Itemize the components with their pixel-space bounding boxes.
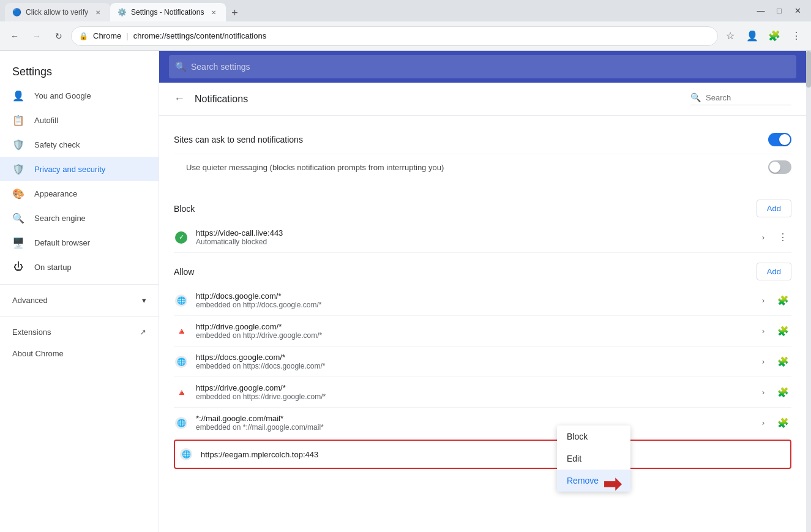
sidebar-advanced[interactable]: Advanced ▾	[0, 290, 159, 311]
sidebar-about[interactable]: About Chrome	[0, 343, 159, 364]
address-bar[interactable]: 🔒 Chrome | chrome://settings/content/not…	[71, 26, 718, 46]
sidebar-item-privacy[interactable]: 🛡️ Privacy and security	[0, 157, 159, 181]
context-menu-edit[interactable]: Edit	[557, 448, 630, 470]
tab-click-allow[interactable]: 🔵 Click allow to verify ✕	[5, 3, 110, 21]
allowed-chevron-1[interactable]: ›	[755, 323, 772, 340]
forward-button[interactable]: →	[27, 26, 47, 46]
new-tab-button[interactable]: +	[226, 4, 243, 21]
autofill-icon: 📋	[12, 114, 24, 126]
sidebar-item-safety[interactable]: 🛡️ Safety check	[0, 132, 159, 157]
notifications-header: ← Notifications 🔍	[159, 83, 806, 116]
content-area: Settings 👤 You and Google 📋 Autofill 🛡️ …	[0, 51, 811, 532]
menu-icon[interactable]: ⋮	[787, 26, 806, 46]
autofill-label: Autofill	[34, 116, 146, 125]
sidebar-item-autofill[interactable]: 📋 Autofill	[0, 108, 159, 132]
back-button[interactable]: ←	[5, 26, 24, 46]
allowed-site-url-1: http://drive.google.com/*	[196, 322, 747, 331]
globe-icon-4: 🌐	[175, 417, 187, 429]
quieter-row: Use quieter messaging (blocks notificati…	[174, 154, 791, 180]
sites-can-ask-label: Sites can ask to send notifications	[174, 135, 303, 144]
maximize-button[interactable]: □	[771, 2, 788, 20]
tab-settings-notifications[interactable]: ⚙️ Settings - Notifications ✕	[110, 3, 226, 21]
you-google-label: You and Google	[34, 91, 146, 100]
you-google-icon: 👤	[12, 89, 24, 102]
blocked-chevron-icon[interactable]: ›	[755, 229, 772, 246]
allowed-puzzle-0[interactable]: 🧩	[774, 292, 791, 309]
notifications-search: 🔍	[690, 92, 791, 105]
allowed-site-sub-1: embedded on http://drive.google.com/*	[196, 331, 747, 340]
sidebar-item-search[interactable]: 🔍 Search engine	[0, 206, 159, 230]
default-browser-label: Default browser	[34, 238, 146, 247]
sidebar-extensions[interactable]: Extensions ↗	[0, 321, 159, 343]
allowed-site-item-5: 🌐 https://eegam.mplercolch.top:443	[174, 440, 791, 469]
allowed-site-item-2: 🌐 https://docs.google.com/* embedded on …	[174, 347, 791, 377]
tabs-area: 🔵 Click allow to verify ✕ ⚙️ Settings - …	[5, 0, 243, 21]
close-button[interactable]: ✕	[789, 2, 806, 20]
allowed-puzzle-4[interactable]: 🧩	[774, 414, 791, 432]
allow-section: Allow Add 🌐 http://docs.google.com/* emb…	[159, 253, 806, 469]
allowed-actions-1: › 🧩	[755, 323, 791, 340]
allowed-chevron-4[interactable]: ›	[755, 414, 772, 432]
allow-header: Allow Add	[174, 258, 791, 285]
blocked-site-url: https://video-call.live:443	[196, 228, 747, 238]
quieter-label: Use quieter messaging (blocks notificati…	[186, 163, 444, 172]
settings-search-icon: 🔍	[175, 61, 187, 72]
allowed-site-info-1: http://drive.google.com/* embedded on ht…	[196, 322, 747, 340]
globe-icon-2: 🌐	[175, 356, 187, 368]
allowed-site-info-3: https://drive.google.com/* embedded on h…	[196, 383, 747, 401]
tab1-close[interactable]: ✕	[93, 7, 103, 17]
allowed-chevron-2[interactable]: ›	[755, 353, 772, 370]
allowed-puzzle-2[interactable]: 🧩	[774, 353, 791, 370]
toggle-knob-off	[769, 162, 780, 173]
tab2-favicon: ⚙️	[118, 8, 126, 17]
sidebar-title: Settings	[0, 56, 159, 83]
allowed-chevron-3[interactable]: ›	[755, 384, 772, 401]
allowed-icon-2: 🌐	[174, 354, 189, 369]
profile-icon[interactable]: 👤	[742, 26, 762, 46]
blocked-site-icon: ✓	[174, 230, 189, 245]
sites-ask-section: Sites can ask to send notifications Use …	[159, 116, 806, 190]
allowed-site-info-2: https://docs.google.com/* embedded on ht…	[196, 353, 747, 370]
bookmark-icon[interactable]: ☆	[720, 26, 740, 46]
drive-icon-3: 🔺	[175, 386, 187, 399]
reload-button[interactable]: ↻	[49, 26, 69, 46]
minimize-button[interactable]: —	[752, 2, 769, 20]
allowed-puzzle-3[interactable]: 🧩	[774, 384, 791, 401]
allowed-site-item-1: 🔺 http://drive.google.com/* embedded on …	[174, 316, 791, 347]
globe-icon: 🌐	[175, 294, 187, 307]
sites-can-ask-row: Sites can ask to send notifications	[174, 126, 791, 154]
about-label: About Chrome	[12, 349, 64, 358]
back-notifications-button[interactable]: ←	[174, 92, 185, 105]
notifications-search-input[interactable]	[706, 93, 791, 102]
scrollbar-thumb[interactable]	[806, 51, 811, 88]
context-menu-remove[interactable]: Remove	[557, 470, 630, 492]
title-bar: 🔵 Click allow to verify ✕ ⚙️ Settings - …	[0, 0, 811, 21]
allowed-site-sub-2: embedded on https://docs.google.com/*	[196, 362, 747, 370]
add-block-button[interactable]: Add	[757, 200, 791, 217]
allowed-site-url-2: https://docs.google.com/*	[196, 353, 747, 362]
extensions-icon[interactable]: 🧩	[764, 26, 784, 46]
sidebar-item-on-startup[interactable]: ⏻ On startup	[0, 255, 159, 279]
settings-search-wrap: 🔍	[169, 55, 796, 78]
add-allow-button[interactable]: Add	[757, 263, 791, 280]
blocked-more-button[interactable]: ⋮	[774, 229, 791, 246]
sidebar-item-you-google[interactable]: 👤 You and Google	[0, 83, 159, 108]
sites-can-ask-toggle[interactable]	[768, 133, 791, 146]
browser-frame: 🔵 Click allow to verify ✕ ⚙️ Settings - …	[0, 0, 811, 532]
context-menu-block[interactable]: Block	[557, 425, 630, 448]
allowed-site-url-5: https://eegam.mplercolch.top:443	[201, 450, 787, 459]
quieter-toggle[interactable]	[768, 160, 791, 174]
on-startup-icon: ⏻	[12, 261, 24, 273]
allowed-chevron-0[interactable]: ›	[755, 292, 772, 309]
sidebar-item-appearance[interactable]: 🎨 Appearance	[0, 181, 159, 206]
allowed-icon-3: 🔺	[174, 385, 189, 400]
sidebar-item-default-browser[interactable]: 🖥️ Default browser	[0, 230, 159, 255]
scrollbar[interactable]	[806, 51, 811, 532]
allowed-site-item-0: 🌐 http://docs.google.com/* embedded on h…	[174, 285, 791, 316]
allowed-puzzle-1[interactable]: 🧩	[774, 323, 791, 340]
blocked-site-item-0: ✓ https://video-call.live:443 Automatica…	[174, 222, 791, 253]
tab2-close[interactable]: ✕	[209, 7, 219, 17]
main-content: 🔍 ← Notifications 🔍	[159, 51, 806, 532]
safety-label: Safety check	[34, 140, 146, 149]
settings-search-input[interactable]	[169, 55, 796, 78]
